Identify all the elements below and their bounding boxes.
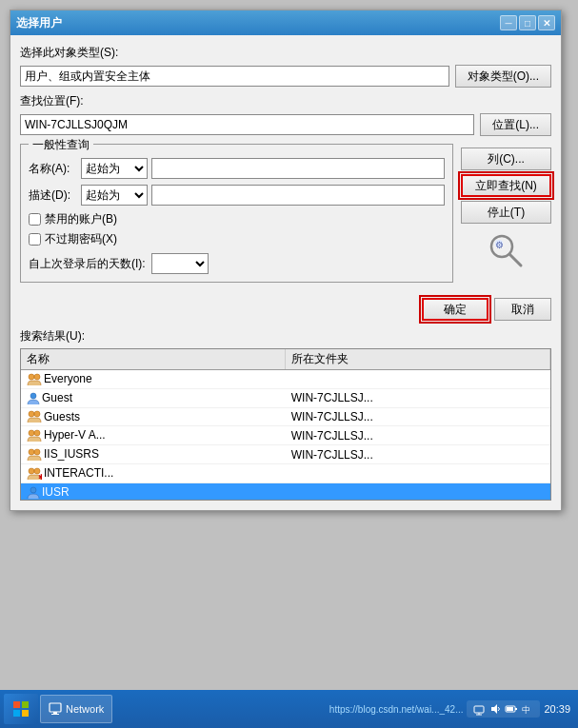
- table-row[interactable]: GuestWIN-7CJLLSJ...: [21, 388, 550, 407]
- location-button[interactable]: 位置(L)...: [480, 113, 551, 136]
- table-row[interactable]: IIS_IUSRSWIN-7CJLLSJ...: [21, 445, 550, 464]
- object-type-button[interactable]: 对象类型(O)...: [455, 65, 551, 88]
- taskbar-time: 20:39: [544, 702, 570, 716]
- taskbar-left: Network: [4, 694, 112, 724]
- result-folder-cell: WIN-7CJLLSJ...: [286, 388, 550, 407]
- svg-point-13: [29, 468, 34, 474]
- maximize-button[interactable]: □: [519, 15, 536, 30]
- svg-point-9: [29, 430, 34, 436]
- noexpire-checkbox[interactable]: [29, 233, 41, 246]
- svg-point-4: [29, 374, 34, 380]
- object-type-label: 选择此对象类型(S):: [20, 45, 551, 61]
- desc-condition-select[interactable]: 起始为: [81, 185, 148, 206]
- search-icon-container: ⚙: [461, 231, 551, 271]
- search-magnify-icon: ⚙: [487, 231, 527, 271]
- stop-button[interactable]: 停止(T): [461, 201, 551, 224]
- taskbar-clock[interactable]: 20:39: [544, 702, 570, 716]
- name-row: 名称(A): 起始为: [29, 158, 445, 179]
- desc-row: 描述(D): 起始为: [29, 185, 445, 206]
- start-button[interactable]: [4, 694, 38, 724]
- svg-line-1: [509, 254, 521, 266]
- svg-rect-29: [22, 701, 29, 708]
- svg-text:中: 中: [522, 705, 530, 715]
- location-row: 位置(L)...: [20, 113, 551, 136]
- windows-logo-icon: [12, 700, 30, 718]
- desc-label: 描述(D):: [29, 187, 81, 204]
- network-taskbar-item[interactable]: Network: [40, 695, 112, 723]
- taskbar-right: https://blog.csdn.net/wai..._42... 中 20:…: [329, 700, 574, 718]
- svg-point-10: [34, 430, 40, 436]
- table-row[interactable]: Everyone: [21, 370, 550, 389]
- minimize-button[interactable]: ─: [500, 15, 517, 30]
- close-button[interactable]: ✕: [538, 15, 555, 30]
- svg-rect-32: [50, 703, 61, 712]
- result-name-cell: Guest: [21, 388, 286, 407]
- svg-rect-28: [13, 701, 20, 708]
- table-row[interactable]: ✱ INTERACTI...: [21, 464, 550, 483]
- results-table-wrapper[interactable]: 名称 所在文件夹 Everyone GuestWIN-7CJLLSJ... Gu…: [20, 348, 551, 501]
- result-name-cell: Guests: [21, 407, 286, 426]
- svg-rect-40: [515, 708, 517, 710]
- general-query-title: 一般性查询: [29, 137, 93, 153]
- noexpire-label: 不过期密码(X): [45, 231, 117, 247]
- svg-point-5: [34, 374, 40, 380]
- ok-button[interactable]: 确定: [422, 298, 488, 321]
- network-taskbar-icon: [49, 702, 62, 716]
- result-name-cell: ✱ INTERACTI...: [21, 464, 286, 483]
- svg-point-11: [29, 449, 34, 455]
- object-type-input[interactable]: [20, 66, 449, 87]
- result-folder-cell: [286, 370, 550, 389]
- network-label: Network: [66, 703, 104, 715]
- right-buttons-panel: 列(C)... 立即查找(N) 停止(T) ⚙: [461, 144, 551, 290]
- table-row[interactable]: GuestsWIN-7CJLLSJ...: [21, 407, 550, 426]
- search-results-label: 搜索结果(U):: [20, 328, 551, 344]
- svg-rect-41: [507, 707, 513, 711]
- result-name-cell: Hyper-V A...: [21, 426, 286, 445]
- result-name-cell: IUSR: [21, 482, 286, 501]
- result-folder-cell: WIN-7CJLLSJ...: [286, 407, 550, 426]
- main-dialog: 选择用户 ─ □ ✕ 选择此对象类型(S): 对象类型(O)... 查找位置(F…: [10, 10, 562, 511]
- days-label: 自上次登录后的天数(I):: [29, 256, 146, 272]
- noexpire-row: 不过期密码(X): [29, 231, 445, 247]
- svg-rect-30: [13, 710, 20, 717]
- result-name-cell: Everyone: [21, 370, 286, 389]
- result-folder-cell: [286, 464, 550, 483]
- taskbar-url: https://blog.csdn.net/wai..._42...: [329, 704, 464, 715]
- dialog-title: 选择用户: [16, 15, 500, 31]
- battery-tray-icon: [505, 702, 518, 716]
- name-value-input[interactable]: [151, 158, 445, 179]
- svg-marker-38: [491, 704, 497, 714]
- network-tray-icon: [472, 702, 486, 716]
- days-row: 自上次登录后的天数(I):: [29, 253, 445, 274]
- svg-text:⚙: ⚙: [495, 240, 504, 250]
- disabled-account-checkbox[interactable]: [29, 213, 41, 226]
- desc-value-input[interactable]: [151, 185, 445, 206]
- result-folder-cell: WIN-7CJLLSJ...: [286, 445, 550, 464]
- general-query-box: 一般性查询 名称(A): 起始为 描述(D): 起始为: [20, 144, 453, 283]
- search-now-button[interactable]: 立即查找(N): [461, 174, 551, 197]
- name-condition-select[interactable]: 起始为: [81, 158, 148, 179]
- taskbar: Network https://blog.csdn.net/wai..._42.…: [0, 690, 578, 728]
- table-row[interactable]: Hyper-V A...WIN-7CJLLSJ...: [21, 426, 550, 445]
- svg-text:✱: ✱: [38, 473, 42, 481]
- svg-point-7: [29, 411, 34, 417]
- col-header-name[interactable]: 名称: [21, 349, 286, 370]
- result-folder-cell: [286, 482, 550, 501]
- svg-rect-34: [51, 714, 59, 715]
- volume-tray-icon: [488, 702, 502, 716]
- svg-rect-35: [474, 706, 484, 713]
- svg-point-16: [30, 487, 36, 493]
- table-row[interactable]: IUSR: [21, 482, 550, 501]
- svg-rect-31: [22, 710, 29, 717]
- action-buttons-row: 确定 取消: [20, 298, 551, 321]
- columns-button[interactable]: 列(C)...: [461, 148, 551, 170]
- dialog-titlebar: 选择用户 ─ □ ✕: [10, 10, 561, 35]
- cancel-button[interactable]: 取消: [494, 298, 551, 321]
- col-header-folder[interactable]: 所在文件夹: [286, 349, 550, 370]
- dialog-body: 选择此对象类型(S): 对象类型(O)... 查找位置(F): 位置(L)...…: [10, 35, 561, 510]
- location-input[interactable]: [20, 114, 474, 135]
- system-tray: 中: [467, 700, 540, 718]
- language-tray-icon: 中: [521, 702, 534, 716]
- days-select[interactable]: [151, 253, 209, 274]
- results-table: 名称 所在文件夹 Everyone GuestWIN-7CJLLSJ... Gu…: [21, 349, 550, 501]
